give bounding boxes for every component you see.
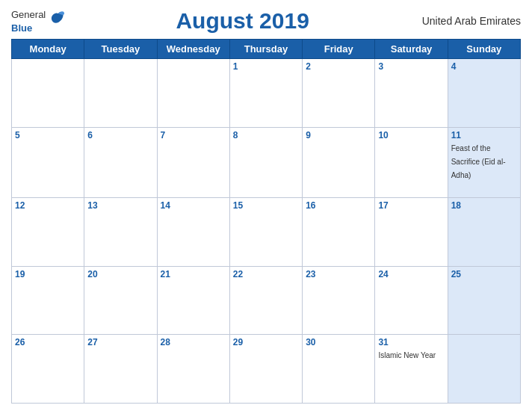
day-number: 1 [233, 61, 299, 72]
calendar-cell [84, 59, 157, 128]
calendar-cell: 5 [12, 127, 84, 197]
day-number: 24 [378, 269, 444, 279]
day-number: 18 [451, 200, 517, 211]
calendar-cell [12, 59, 84, 128]
logo-general-text: General [11, 9, 46, 20]
calendar-cell: 1 [229, 59, 302, 128]
calendar-cell: 28 [157, 335, 229, 404]
day-number: 29 [233, 337, 299, 347]
calendar-cell: 16 [303, 197, 375, 266]
day-number: 15 [233, 200, 299, 211]
weekday-header-row: MondayTuesdayWednesdayThursdayFridaySatu… [12, 40, 521, 59]
logo-bird-icon [48, 9, 69, 30]
day-number: 28 [161, 337, 226, 347]
calendar-cell: 7 [157, 127, 229, 197]
day-number: 10 [378, 130, 444, 140]
day-number: 21 [161, 269, 226, 279]
calendar-cell: 2 [303, 59, 375, 128]
day-number: 9 [306, 130, 371, 140]
calendar-week-1: 1234 [12, 59, 521, 128]
calendar-cell: 27 [84, 335, 157, 404]
calendar-cell: 12 [12, 197, 84, 266]
calendar-cell: 11Feast of the Sacrifice (Eid al-Adha) [448, 127, 520, 197]
calendar-cell: 29 [229, 335, 302, 404]
day-number: 25 [451, 269, 517, 279]
calendar-cell [448, 335, 520, 404]
calendar-cell: 3 [375, 59, 448, 128]
calendar-cell: 22 [229, 266, 302, 335]
calendar-week-3: 12131415161718 [12, 197, 521, 266]
day-number: 11 [451, 130, 517, 140]
day-number: 26 [15, 337, 81, 347]
calendar-cell: 8 [229, 127, 302, 197]
event-label: Feast of the Sacrifice (Eid al-Adha) [451, 144, 506, 179]
day-number: 2 [306, 61, 371, 72]
calendar-cell: 10 [375, 127, 448, 197]
calendar-cell: 20 [84, 266, 157, 335]
day-number: 22 [233, 269, 299, 279]
weekday-header-wednesday: Wednesday [157, 40, 229, 59]
day-number: 5 [15, 130, 81, 140]
calendar-cell: 4 [448, 59, 520, 128]
calendar-cell: 19 [12, 266, 84, 335]
calendar-week-5: 262728293031Islamic New Year [12, 335, 521, 404]
day-number: 16 [306, 200, 371, 211]
day-number: 14 [161, 200, 226, 211]
weekday-header-thursday: Thursday [229, 40, 302, 59]
calendar-cell: 15 [229, 197, 302, 266]
weekday-header-tuesday: Tuesday [84, 40, 157, 59]
calendar-cell: 13 [84, 197, 157, 266]
event-label: Islamic New Year [378, 351, 436, 359]
logo: General Blue [11, 7, 69, 34]
calendar-cell [157, 59, 229, 128]
calendar-cell: 18 [448, 197, 520, 266]
weekday-header-sunday: Sunday [448, 40, 520, 59]
day-number: 13 [87, 200, 153, 211]
calendar-cell: 31Islamic New Year [375, 335, 448, 404]
day-number: 8 [233, 130, 299, 140]
calendar-cell: 9 [303, 127, 375, 197]
day-number: 19 [15, 269, 81, 279]
day-number: 23 [306, 269, 371, 279]
day-number: 3 [378, 61, 444, 72]
day-number: 4 [451, 61, 517, 72]
calendar-cell: 24 [375, 266, 448, 335]
calendar-cell: 6 [84, 127, 157, 197]
day-number: 12 [15, 200, 81, 211]
weekday-header-monday: Monday [12, 40, 84, 59]
calendar-cell: 17 [375, 197, 448, 266]
calendar-week-4: 19202122232425 [12, 266, 521, 335]
weekday-header-saturday: Saturday [375, 40, 448, 59]
month-title: August 2019 [69, 8, 416, 34]
logo-blue-text: Blue [11, 22, 32, 34]
calendar-cell: 23 [303, 266, 375, 335]
day-number: 7 [161, 130, 226, 140]
calendar-table: MondayTuesdayWednesdayThursdayFridaySatu… [11, 39, 521, 404]
day-number: 27 [87, 337, 153, 347]
calendar-cell: 26 [12, 335, 84, 404]
day-number: 17 [378, 200, 444, 211]
calendar-cell: 21 [157, 266, 229, 335]
calendar-cell: 30 [303, 335, 375, 404]
calendar-week-2: 567891011Feast of the Sacrifice (Eid al-… [12, 127, 521, 197]
weekday-header-friday: Friday [303, 40, 375, 59]
calendar-cell: 25 [448, 266, 520, 335]
calendar-header: General Blue August 2019 United Arab Emi… [11, 7, 521, 34]
country-label: United Arab Emirates [416, 15, 521, 27]
day-number: 31 [378, 337, 444, 347]
calendar-cell: 14 [157, 197, 229, 266]
day-number: 30 [306, 337, 371, 347]
day-number: 6 [87, 130, 153, 140]
day-number: 20 [87, 269, 153, 279]
